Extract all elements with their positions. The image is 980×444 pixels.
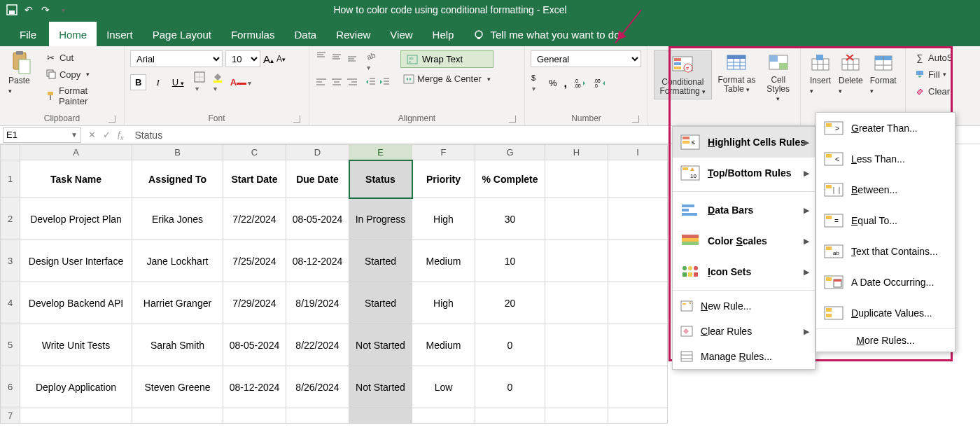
cell-A6[interactable]: Deploy Application	[20, 366, 132, 408]
format-painter-button[interactable]: Format Painter	[43, 84, 118, 108]
dialog-launcher-icon[interactable]	[509, 116, 516, 123]
cell-F7[interactable]	[412, 408, 475, 424]
italic-button[interactable]: I	[153, 75, 162, 90]
accounting-format-icon[interactable]: $	[531, 73, 542, 93]
align-bottom-icon[interactable]	[346, 50, 358, 72]
decrease-indent-icon[interactable]	[365, 76, 377, 89]
menu-new-rule[interactable]: New Rule...	[673, 293, 815, 319]
name-box[interactable]: E1▼	[3, 127, 81, 143]
save-icon[interactable]	[6, 4, 18, 16]
delete-cells-button[interactable]: Delete▾	[836, 50, 866, 97]
column-header-F[interactable]: F	[412, 145, 475, 160]
cell-C7[interactable]	[223, 408, 286, 424]
undo-icon[interactable]: ↶	[22, 4, 35, 16]
cell-A4[interactable]: Develop Backend API	[20, 282, 132, 324]
cell-G5[interactable]: 0	[475, 324, 545, 366]
redo-icon[interactable]: ↷	[39, 4, 52, 16]
bold-button[interactable]: B	[130, 74, 146, 90]
menu-highlight-cells-rules[interactable]: ≤ Highlight Cells Rules ▶	[673, 127, 815, 158]
percent-format-icon[interactable]: %	[549, 78, 557, 88]
align-left-icon[interactable]	[315, 76, 328, 89]
cell-C5[interactable]: 08-05-2024	[223, 324, 286, 366]
number-format-dropdown[interactable]: General	[531, 50, 641, 67]
column-header-I[interactable]: I	[608, 145, 668, 160]
submenu-duplicate-values[interactable]: Duplicate Values...	[816, 298, 955, 328]
decrease-font-icon[interactable]: A▾	[276, 54, 286, 64]
row-header-7[interactable]: 7	[1, 408, 20, 424]
cell-B6[interactable]: Steven Greene	[132, 366, 223, 408]
cell-B3[interactable]: Jane Lockhart	[132, 240, 223, 282]
cell-E2[interactable]: In Progress	[349, 198, 412, 240]
row-header-3[interactable]: 3	[1, 240, 20, 282]
cell-D5[interactable]: 8/22/2024	[286, 324, 349, 366]
cell-E3[interactable]: Started	[349, 240, 412, 282]
menu-manage-rules[interactable]: Manage Rules...	[673, 344, 815, 369]
increase-indent-icon[interactable]	[379, 76, 391, 89]
cell-F5[interactable]: Medium	[412, 324, 475, 366]
conditional-formatting-button[interactable]: ≠ Conditional Formatting ▾	[654, 50, 712, 99]
paste-button[interactable]: Paste ▾	[6, 50, 37, 97]
borders-button[interactable]	[194, 71, 205, 93]
cell-I3[interactable]	[608, 240, 668, 282]
tab-page-layout[interactable]: Page Layout	[143, 22, 221, 46]
autosum-button[interactable]: ∑AutoS	[911, 50, 955, 64]
column-header-E[interactable]: E	[349, 145, 412, 160]
fill-button[interactable]: Fill ▾	[911, 67, 949, 81]
submenu-less-than[interactable]: < Less Than...	[816, 144, 955, 174]
cell-E6[interactable]: Not Started	[349, 366, 412, 408]
cell-I1[interactable]	[608, 160, 668, 198]
cell-D2[interactable]: 08-05-2024	[286, 198, 349, 240]
cell-F6[interactable]: Low	[412, 366, 475, 408]
submenu-between[interactable]: Between...	[816, 174, 955, 205]
cell-C1[interactable]: Start Date	[223, 160, 286, 198]
cell-H6[interactable]	[545, 366, 608, 408]
cell-I7[interactable]	[608, 408, 668, 424]
tab-insert[interactable]: Insert	[97, 22, 143, 46]
cell-B2[interactable]: Erika Jones	[132, 198, 223, 240]
cell-I2[interactable]	[608, 198, 668, 240]
cell-G1[interactable]: % Complete	[475, 160, 545, 198]
cell-F1[interactable]: Priority	[412, 160, 475, 198]
submenu-date-occurring[interactable]: A Date Occurring...	[816, 267, 955, 298]
comma-format-icon[interactable]: ,	[564, 77, 567, 90]
menu-data-bars[interactable]: Data Bars ▶	[673, 195, 815, 226]
submenu-text-contains[interactable]: ab Text that Contains...	[816, 236, 955, 267]
dialog-launcher-icon[interactable]	[632, 116, 639, 123]
cell-I4[interactable]	[608, 282, 668, 324]
tab-data[interactable]: Data	[284, 22, 326, 46]
cell-D6[interactable]: 8/26/2024	[286, 366, 349, 408]
format-cells-button[interactable]: Format▾	[867, 50, 899, 97]
qat-customize-icon[interactable]	[56, 4, 69, 16]
tab-help[interactable]: Help	[423, 22, 464, 46]
cell-H2[interactable]	[545, 198, 608, 240]
row-header-5[interactable]: 5	[1, 324, 20, 366]
cell-H4[interactable]	[545, 282, 608, 324]
cell-G7[interactable]	[475, 408, 545, 424]
font-name-dropdown[interactable]: Arial	[130, 50, 223, 67]
cell-C4[interactable]: 7/29/2024	[223, 282, 286, 324]
dialog-launcher-icon[interactable]	[108, 116, 115, 123]
insert-cells-button[interactable]: Insert▾	[806, 50, 834, 97]
column-header-D[interactable]: D	[286, 145, 349, 160]
tab-view[interactable]: View	[380, 22, 422, 46]
cell-E4[interactable]: Started	[349, 282, 412, 324]
submenu-more-rules[interactable]: More Rules...	[816, 328, 955, 352]
cell-H1[interactable]	[545, 160, 608, 198]
cell-G6[interactable]: 0	[475, 366, 545, 408]
increase-font-icon[interactable]: A▴	[263, 53, 274, 65]
row-header-1[interactable]: 1	[1, 160, 20, 198]
tab-file[interactable]: File	[7, 22, 49, 46]
align-middle-icon[interactable]	[330, 50, 343, 72]
select-all-corner[interactable]	[1, 145, 20, 160]
column-header-B[interactable]: B	[132, 145, 223, 160]
submenu-equal-to[interactable]: = Equal To...	[816, 205, 955, 236]
cell-A3[interactable]: Design User Interface	[20, 240, 132, 282]
fx-icon[interactable]: fx	[118, 129, 123, 141]
column-header-A[interactable]: A	[20, 145, 132, 160]
menu-icon-sets[interactable]: Icon Sets ▶	[673, 256, 815, 287]
submenu-greater-than[interactable]: > Greater Than...	[816, 113, 955, 144]
orientation-icon[interactable]: ab	[365, 50, 377, 72]
merge-center-button[interactable]: Merge & Center▾	[400, 72, 493, 85]
cut-button[interactable]: ✂Cut	[43, 50, 118, 64]
column-header-H[interactable]: H	[545, 145, 608, 160]
